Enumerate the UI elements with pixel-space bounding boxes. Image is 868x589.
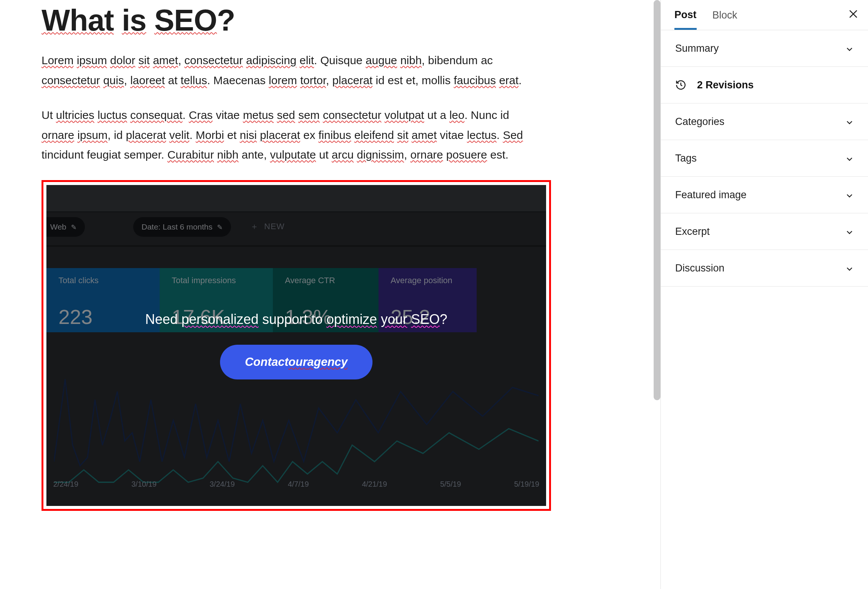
close-sidebar-button[interactable] bbox=[848, 9, 858, 21]
tab-block[interactable]: Block bbox=[713, 9, 737, 29]
panel-label: Categories bbox=[675, 116, 725, 128]
editor-app: What is SEO? Lorem ipsum dolor sit amet,… bbox=[0, 0, 868, 589]
paragraph-block[interactable]: Ut ultricies luctus consequat. Cras vita… bbox=[42, 105, 532, 165]
panel-tags[interactable]: Tags bbox=[661, 140, 868, 177]
chevron-down-icon bbox=[845, 44, 854, 52]
title-word: SEO bbox=[154, 3, 217, 37]
tab-post[interactable]: Post bbox=[674, 9, 697, 30]
panel-label: Discussion bbox=[675, 262, 725, 274]
chevron-down-icon bbox=[845, 264, 854, 272]
chevron-down-icon bbox=[845, 117, 854, 126]
editor-content: What is SEO? Lorem ipsum dolor sit amet,… bbox=[0, 4, 581, 511]
cta-heading[interactable]: Need personalized support to optimize yo… bbox=[145, 311, 448, 327]
panel-revisions[interactable]: 2 Revisions bbox=[661, 67, 868, 103]
chevron-down-icon bbox=[845, 191, 854, 199]
panel-excerpt[interactable]: Excerpt bbox=[661, 213, 868, 250]
title-word: What bbox=[42, 3, 114, 37]
cover-block[interactable]: Web Date: Last 6 months ＋ NEW Tot bbox=[46, 185, 546, 506]
editor-canvas[interactable]: What is SEO? Lorem ipsum dolor sit amet,… bbox=[0, 0, 660, 589]
panel-label: 2 Revisions bbox=[697, 79, 754, 91]
paragraph-block[interactable]: Lorem ipsum dolor sit amet, consectetur … bbox=[42, 51, 532, 90]
post-title[interactable]: What is SEO? bbox=[42, 4, 581, 37]
panel-label: Excerpt bbox=[675, 226, 710, 237]
panel-summary[interactable]: Summary bbox=[661, 30, 868, 67]
panel-label: Tags bbox=[675, 153, 697, 164]
selected-cover-block[interactable]: Web Date: Last 6 months ＋ NEW Tot bbox=[42, 180, 551, 511]
panel-label: Summary bbox=[675, 43, 719, 54]
panel-discussion[interactable]: Discussion bbox=[661, 250, 868, 287]
title-word: is bbox=[122, 3, 146, 37]
editor-scrollbar[interactable] bbox=[654, 0, 660, 400]
panel-label: Featured image bbox=[675, 189, 746, 201]
cover-content: Need personalized support to optimize yo… bbox=[46, 185, 546, 506]
panel-categories[interactable]: Categories bbox=[661, 103, 868, 140]
chevron-down-icon bbox=[845, 227, 854, 236]
settings-sidebar: Post Block Summary 2 Revisions Categorie… bbox=[660, 0, 868, 589]
panel-featured-image[interactable]: Featured image bbox=[661, 177, 868, 213]
chevron-down-icon bbox=[845, 154, 854, 162]
sidebar-tabs: Post Block bbox=[661, 0, 868, 30]
close-icon bbox=[848, 9, 858, 19]
history-icon bbox=[675, 79, 686, 91]
cta-button[interactable]: Contact our agency bbox=[220, 345, 372, 379]
